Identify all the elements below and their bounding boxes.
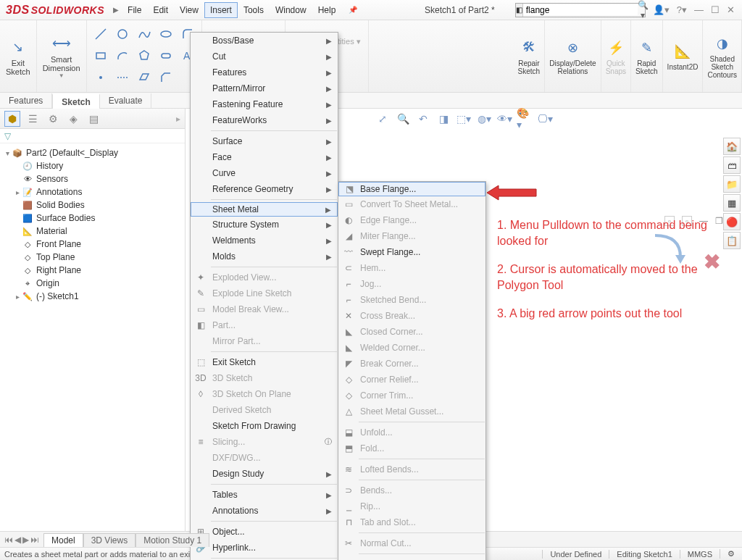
dimxpert-tab-icon[interactable]: ◈ <box>65 111 81 127</box>
insert-reference-geometry[interactable]: Reference Geometry▶ <box>191 181 338 197</box>
point-tool-icon[interactable] <box>91 68 110 87</box>
search-input[interactable] <box>523 5 638 15</box>
menu-help[interactable]: Help <box>312 2 342 18</box>
tree-item[interactable]: ▸✏️(-) Sketch1 <box>1 290 183 303</box>
feature-filter[interactable]: ▽ <box>0 129 185 143</box>
insert-molds[interactable]: Molds▶ <box>191 248 338 264</box>
zoom-fit-icon[interactable]: ⤢ <box>375 111 391 127</box>
config-manager-tab-icon[interactable]: ⚙ <box>45 111 61 127</box>
sheetmetal-swept-flange[interactable]: 〰Swept Flange... <box>338 244 485 260</box>
tree-item[interactable]: 🟫Solid Bodies <box>1 198 183 212</box>
ribbon-shaded-button[interactable]: ◑Shaded Sketch Contours <box>703 20 742 92</box>
insert-fastening-feature[interactable]: Fastening Feature▶ <box>191 96 338 112</box>
home-icon[interactable]: 🏠 <box>723 138 741 155</box>
plane-tool-icon[interactable] <box>135 68 154 87</box>
ribbon-instant-d-button[interactable]: 📐Instant2D <box>663 20 704 92</box>
exit-sketch-button[interactable]: ↘ Exit Sketch <box>0 20 37 92</box>
user-icon[interactable]: 👤▾ <box>653 4 670 15</box>
custom-props-icon[interactable]: 📋 <box>723 232 741 249</box>
insert-hyperlink[interactable]: 🔗Hyperlink... <box>191 540 338 556</box>
ribbon-quick-button[interactable]: ⚡Quick Snaps <box>601 20 631 92</box>
sheetmetal-bend-table[interactable]: Bend Table▶ <box>338 556 485 560</box>
display-manager-tab-icon[interactable]: ▤ <box>86 111 101 127</box>
centerline-tool-icon[interactable] <box>113 68 132 87</box>
edit-appearance-icon[interactable]: 🎨▾ <box>517 111 533 127</box>
tab-last-icon[interactable]: ⏭ <box>30 535 39 545</box>
minimize-icon[interactable]: — <box>694 4 704 15</box>
insert-design-study[interactable]: Design Study▶ <box>191 466 338 482</box>
circle-tool-icon[interactable] <box>113 25 132 43</box>
insert-featureworks[interactable]: FeatureWorks▶ <box>191 112 338 128</box>
tree-item[interactable]: ◇Top Plane <box>1 251 183 264</box>
arc-tool-icon[interactable] <box>113 46 132 65</box>
insert-surface[interactable]: Surface▶ <box>191 133 338 149</box>
ribbon-display-delete-button[interactable]: ⊗Display/Delete Relations <box>545 20 601 92</box>
menu-insert[interactable]: Insert <box>204 2 238 18</box>
tree-item[interactable]: 📐Material <box>1 225 183 238</box>
apply-scene-icon[interactable]: 🖵▾ <box>537 111 553 127</box>
maximize-icon[interactable]: ☐ <box>711 4 720 15</box>
menu-window[interactable]: Window <box>270 2 312 18</box>
insert-object[interactable]: ⊞Object... <box>191 524 338 540</box>
insert-weldments[interactable]: Weldments▶ <box>191 233 338 248</box>
bottom-tab-model[interactable]: Model <box>43 533 83 547</box>
view-palette-icon[interactable]: ▦ <box>723 194 741 212</box>
appearances-icon[interactable]: 🔴 <box>723 213 741 230</box>
chevron-right-icon[interactable]: ▶ <box>110 6 122 14</box>
sheetmetal-base-flange[interactable]: ⬔Base Flange... <box>338 182 485 196</box>
tab-next-icon[interactable]: ▶ <box>22 535 29 545</box>
bottom-tab-3d-views[interactable]: 3D Views <box>83 533 136 547</box>
feature-tree-tab-icon[interactable]: ⬢ <box>4 111 20 127</box>
insert-exit-sketch[interactable]: ⬚Exit Sketch <box>191 354 338 370</box>
tree-item[interactable]: 👁Sensors <box>1 172 183 185</box>
resources-icon[interactable]: 🗃 <box>723 156 741 174</box>
panel-chevron-icon[interactable]: ▸ <box>176 114 180 124</box>
display-style-icon[interactable]: ◍▾ <box>476 111 492 127</box>
insert-features[interactable]: Features▶ <box>191 64 338 80</box>
tree-item[interactable]: ◇Front Plane <box>1 238 183 251</box>
insert-annotations[interactable]: Annotations▶ <box>191 503 338 519</box>
chamfer-tool-icon[interactable] <box>157 68 175 87</box>
insert-face[interactable]: Face▶ <box>191 149 338 165</box>
help-icon[interactable]: ?▾ <box>677 4 687 15</box>
section-view-icon[interactable]: ◨ <box>435 111 451 127</box>
search-box[interactable]: ◧ 🔍▾ <box>515 3 646 17</box>
insert-structure-system[interactable]: Structure System▶ <box>191 217 338 233</box>
property-manager-tab-icon[interactable]: ☰ <box>25 111 41 127</box>
bottom-tab-motion-study-1[interactable]: Motion Study 1 <box>136 533 209 547</box>
status-units[interactable]: MMGS <box>680 550 720 559</box>
tab-evaluate[interactable]: Evaluate <box>100 93 152 108</box>
tab-prev-icon[interactable]: ◀ <box>14 535 21 545</box>
view-orientation-icon[interactable]: ⬚▾ <box>456 111 472 127</box>
menu-file[interactable]: File <box>122 2 147 18</box>
previous-view-icon[interactable]: ↶ <box>415 111 431 127</box>
tab-first-icon[interactable]: ⏮ <box>4 535 13 545</box>
pin-icon[interactable]: 📌 <box>346 6 360 14</box>
tree-root[interactable]: ▾📦Part2 (Default<_Display <box>1 146 183 159</box>
status-extra-icon[interactable]: ⚙ <box>720 549 742 559</box>
slot-tool-icon[interactable] <box>157 46 175 65</box>
zoom-area-icon[interactable]: 🔍 <box>395 111 411 127</box>
ribbon-repair-button[interactable]: 🛠Repair Sketch <box>514 20 546 92</box>
insert-pattern-mirror[interactable]: Pattern/Mirror▶ <box>191 80 338 96</box>
hide-show-icon[interactable]: 👁▾ <box>496 111 512 127</box>
insert-boss-base[interactable]: Boss/Base▶ <box>191 33 338 49</box>
ellipse-tool-icon[interactable] <box>157 25 175 43</box>
insert-tables[interactable]: Tables▶ <box>191 487 338 503</box>
insert-cut[interactable]: Cut▶ <box>191 49 338 64</box>
tree-item[interactable]: ▸📝Annotations <box>1 185 183 198</box>
smart-dimension-button[interactable]: ⟷ Smart Dimension ▼ <box>37 20 87 92</box>
tree-item[interactable]: 🕘History <box>1 159 183 172</box>
menu-view[interactable]: View <box>174 2 204 18</box>
polygon-tool-icon[interactable] <box>135 46 154 65</box>
search-scope-icon[interactable]: ◧ <box>516 4 523 17</box>
line-tool-icon[interactable] <box>91 25 110 43</box>
ribbon-rapid-button[interactable]: ✎Rapid Sketch <box>631 20 663 92</box>
tab-sketch[interactable]: Sketch <box>52 93 99 109</box>
tree-item[interactable]: ⌖Origin <box>1 277 183 290</box>
file-explorer-icon[interactable]: 📁 <box>723 175 741 193</box>
spline-tool-icon[interactable] <box>135 25 154 43</box>
menu-edit[interactable]: Edit <box>147 2 174 18</box>
tab-features[interactable]: Features <box>0 93 52 108</box>
close-icon[interactable]: ✕ <box>727 4 735 15</box>
